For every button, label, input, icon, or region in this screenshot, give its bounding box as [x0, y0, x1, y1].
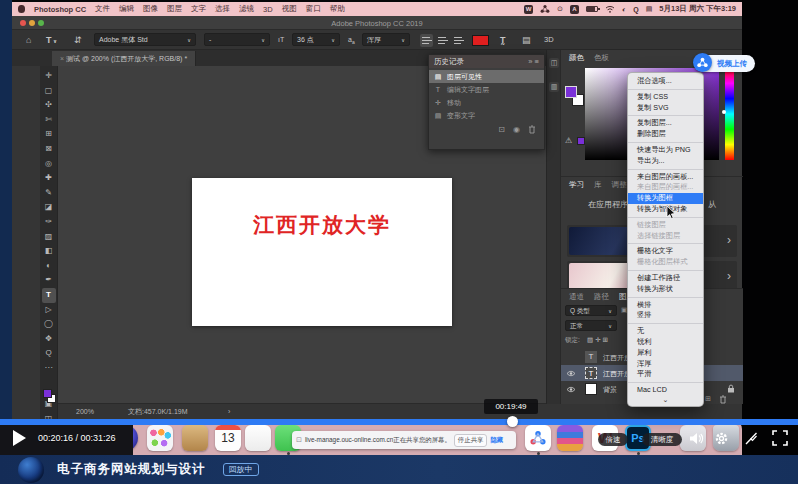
align-right-icon[interactable]: [454, 35, 465, 46]
more-tools-icon[interactable]: ⋯: [42, 361, 56, 376]
menu-item[interactable]: 锐利: [628, 337, 703, 348]
path-select-tool-icon[interactable]: ▷: [42, 303, 56, 318]
eraser-tool-icon[interactable]: ▨: [42, 230, 56, 245]
artboard-text[interactable]: 江西开放大学: [192, 211, 452, 239]
artboard[interactable]: 江西开放大学: [192, 178, 452, 326]
crop-tool-icon[interactable]: ⊞: [42, 127, 56, 142]
layer-filter-select[interactable]: Q 类型∨: [565, 305, 617, 316]
font-style-select[interactable]: -∨: [204, 33, 270, 46]
blend-mode-select[interactable]: 正常∨: [565, 320, 617, 331]
apple-icon[interactable]: [18, 5, 25, 13]
quick-select-tool-icon[interactable]: ✄: [42, 113, 56, 128]
menu-item[interactable]: Mac LCD: [628, 385, 703, 396]
upload-app-icon[interactable]: [693, 53, 712, 72]
gamut-color-chip[interactable]: [577, 137, 585, 145]
playback-speed-button[interactable]: 倍速: [598, 433, 628, 446]
menu-item[interactable]: 混合选项...: [628, 76, 703, 87]
menu-item[interactable]: 来自图层的画板...: [628, 172, 703, 183]
delete-layer-icon[interactable]: [719, 395, 727, 404]
lasso-tool-icon[interactable]: ✣: [42, 98, 56, 113]
menu-item[interactable]: 转换为形状: [628, 284, 703, 295]
type-tool-selected-icon[interactable]: T: [42, 288, 56, 303]
tab-adjust[interactable]: 调整: [612, 180, 627, 190]
frame-tool-icon[interactable]: ⊠: [42, 142, 56, 157]
gradient-tool-icon[interactable]: ◧: [42, 244, 56, 259]
battery-icon[interactable]: [586, 6, 598, 12]
fullscreen-icon[interactable]: [772, 430, 788, 446]
menu-item[interactable]: 导出为...: [628, 156, 703, 167]
history-item[interactable]: ▤ 变形文字: [429, 109, 544, 122]
menu-item[interactable]: 平滑: [628, 369, 703, 380]
upload-overlay[interactable]: 视频上传: [695, 54, 755, 72]
archive-dock-icon[interactable]: [557, 425, 583, 451]
shape-tool-icon[interactable]: ◯: [42, 317, 56, 332]
history-brush-tool-icon[interactable]: ✑: [42, 215, 56, 230]
tab-color[interactable]: 颜色: [569, 53, 584, 63]
siri-status-icon[interactable]: ◐: [622, 6, 626, 13]
launchpad-dock-icon[interactable]: [147, 425, 173, 451]
lock-option-icons[interactable]: ▨✛⊞: [587, 336, 610, 344]
hand-tool-icon[interactable]: ✥: [42, 332, 56, 347]
menu-3d[interactable]: 3D: [263, 5, 273, 14]
tutorial-chevron-icon[interactable]: ›: [727, 233, 731, 247]
video-progress-bar[interactable]: [0, 419, 798, 425]
move-tool-icon[interactable]: ✛: [42, 69, 56, 84]
3d-button[interactable]: 3D: [544, 30, 554, 50]
menu-item[interactable]: 竖排: [628, 310, 703, 321]
progress-scrubber-handle[interactable]: [507, 416, 518, 427]
zoom-level[interactable]: 200%: [76, 404, 94, 420]
menu-item[interactable]: 犀利: [628, 348, 703, 359]
hue-strip[interactable]: [725, 68, 734, 160]
control-center-icon[interactable]: ▤: [646, 5, 653, 13]
menu-layer[interactable]: 图层: [167, 4, 182, 14]
menu-item[interactable]: 无: [628, 326, 703, 337]
menu-item[interactable]: 浑厚: [628, 359, 703, 370]
menu-item[interactable]: 横排: [628, 300, 703, 311]
hue-marker-icon[interactable]: [722, 110, 726, 114]
tab-library[interactable]: 库: [594, 180, 602, 190]
input-source-icon[interactable]: A: [570, 5, 579, 14]
history-item[interactable]: ✛ 移动: [429, 96, 544, 109]
brush-tool-icon[interactable]: ✎: [42, 186, 56, 201]
camera-status-icon[interactable]: ⊙: [557, 5, 563, 13]
new-snapshot-icon[interactable]: ◉: [513, 125, 520, 134]
hide-banner-button[interactable]: 隐藏: [490, 436, 503, 445]
tab-swatches[interactable]: 色板: [594, 53, 609, 63]
tab-learn[interactable]: 学习: [569, 180, 584, 190]
menu-item[interactable]: 删除图层: [628, 129, 703, 140]
anti-alias-select[interactable]: 浑厚∨: [362, 33, 410, 46]
history-panel-dock-icon[interactable]: ◫: [549, 58, 559, 68]
molecule-status-icon[interactable]: [540, 4, 550, 14]
toggle-panels-icon[interactable]: ▤: [522, 30, 531, 50]
zoom-tool-icon[interactable]: Q: [42, 346, 56, 361]
menu-edit[interactable]: 编辑: [119, 4, 134, 14]
volume-icon[interactable]: [688, 431, 704, 446]
menu-item-convert-to-frame[interactable]: 转换为图框: [628, 193, 703, 204]
pen-tool-icon[interactable]: ✒: [42, 273, 56, 288]
menu-item[interactable]: 复制 SVG: [628, 103, 703, 114]
text-color-swatch[interactable]: [472, 35, 489, 46]
new-layer-icon[interactable]: ⊞: [705, 395, 711, 403]
history-panel-menu-icon[interactable]: » ≡: [528, 55, 539, 68]
menu-item[interactable]: 快速导出为 PNG: [628, 145, 703, 156]
stop-sharing-button[interactable]: 停止共享: [454, 434, 488, 447]
menu-item[interactable]: 栅格化文字: [628, 246, 703, 257]
eyedropper-tool-icon[interactable]: ◎: [42, 157, 56, 172]
font-family-select[interactable]: Adobe 黑体 Std∨: [94, 33, 196, 46]
notes-dock-icon[interactable]: [245, 425, 271, 451]
settings-gear-icon[interactable]: [714, 431, 729, 446]
new-document-from-state-icon[interactable]: ⊡: [498, 125, 505, 134]
clone-stamp-tool-icon[interactable]: ◪: [42, 200, 56, 215]
tab-channels[interactable]: 通道: [569, 292, 584, 302]
menubar-app-menu[interactable]: Photoshop CC: [34, 5, 86, 14]
foreground-color-swatch[interactable]: [43, 389, 52, 398]
panel-foreground-swatch[interactable]: [565, 86, 577, 98]
status-chevron-icon[interactable]: ›: [228, 404, 230, 420]
tutorial-chevron-icon[interactable]: ›: [727, 269, 731, 283]
document-tab[interactable]: × 测试 @ 200% (江西开放大学, RGB/8) *: [52, 51, 196, 66]
menu-window[interactable]: 窗口: [306, 4, 321, 14]
classin-dock-icon[interactable]: [525, 425, 551, 451]
play-button[interactable]: [13, 430, 26, 446]
history-item[interactable]: ▤ 图层可见性: [429, 70, 544, 83]
menu-item[interactable]: 创建工作路径: [628, 273, 703, 284]
